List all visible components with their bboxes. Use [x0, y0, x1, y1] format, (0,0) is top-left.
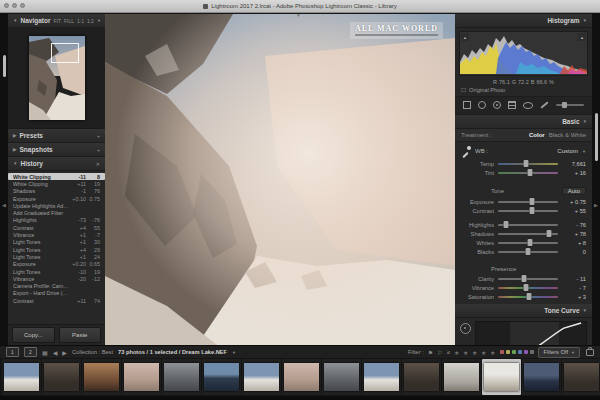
slider-knob[interactable]: [529, 207, 534, 214]
slider-track[interactable]: [498, 163, 558, 165]
slider-track[interactable]: [498, 296, 558, 298]
history-row[interactable]: Highlights-73-76: [8, 217, 105, 224]
navigator-thumbnail[interactable]: [29, 36, 85, 120]
flag-pick-icon[interactable]: ⚑: [428, 349, 433, 356]
left-panel-collapse-strip[interactable]: ◀: [0, 13, 8, 396]
history-row[interactable]: Vibrance+1-7: [8, 231, 105, 238]
zoom-window-icon[interactable]: [20, 3, 25, 8]
navigator-zoom-option[interactable]: FILL: [64, 18, 74, 24]
slider-knob[interactable]: [524, 160, 529, 167]
left-scrollbar-thumb[interactable]: [3, 55, 6, 77]
filmstrip-thumbnail[interactable]: [282, 359, 321, 395]
snapshots-header[interactable]: ▶ Snapshots +: [8, 143, 105, 157]
filmstrip-thumbnail[interactable]: [242, 359, 281, 395]
slider-track[interactable]: [498, 172, 558, 174]
color-label-icon[interactable]: [500, 350, 504, 354]
history-row[interactable]: Contrast+455: [8, 224, 105, 231]
slider-track[interactable]: [498, 201, 558, 203]
navigator-preview[interactable]: [8, 28, 105, 129]
slider-knob[interactable]: [522, 275, 527, 282]
close-window-icon[interactable]: [4, 3, 9, 8]
basic-expand-icon[interactable]: ▼: [583, 119, 587, 124]
slider-knob[interactable]: [528, 239, 533, 246]
history-row[interactable]: Camera Profile: Camera Landscape: [8, 282, 105, 289]
shadow-clipping-icon[interactable]: ▲: [461, 33, 469, 41]
status-caret-icon[interactable]: ▼: [232, 350, 236, 355]
history-row[interactable]: White Clipping+1119: [8, 180, 105, 187]
tone-curve-expand-icon[interactable]: ▼: [583, 308, 587, 313]
tool-strip-slider[interactable]: [556, 104, 584, 106]
treatment-bw-button[interactable]: Black & White: [549, 132, 586, 138]
histogram-expand-icon[interactable]: ▼: [583, 18, 587, 23]
top-panel-collapse-icon[interactable]: ▼: [296, 12, 301, 18]
main-window-button[interactable]: 1: [6, 347, 19, 357]
original-photo-checkbox[interactable]: ☐: [461, 87, 466, 93]
history-row[interactable]: Update Highlights Adjustment: [8, 202, 105, 209]
history-row[interactable]: Light Tones+124: [8, 253, 105, 260]
star-rating-filter[interactable]: ★ ★ ★ ★ ★: [454, 349, 497, 356]
filmstrip-thumbnail[interactable]: [362, 359, 401, 395]
navigator-expand-icon[interactable]: ▼: [13, 18, 17, 23]
rating-gte-icon[interactable]: ≥: [447, 349, 450, 355]
next-photo-icon[interactable]: ▶: [62, 349, 67, 356]
history-clear-icon[interactable]: ✕: [96, 161, 100, 167]
treatment-color-button[interactable]: Color: [529, 132, 545, 138]
color-label-icon[interactable]: [506, 350, 510, 354]
tool-strip-slider-knob[interactable]: [562, 102, 567, 108]
filter-lock-icon[interactable]: [586, 349, 594, 356]
filmstrip-thumbnail[interactable]: [442, 359, 481, 395]
filmstrip-thumbnail[interactable]: [322, 359, 361, 395]
filmstrip-thumbnail[interactable]: [202, 359, 241, 395]
highlight-clipping-icon[interactable]: ▲: [578, 33, 586, 41]
graduated-filter-tool-icon[interactable]: [508, 101, 516, 109]
spot-removal-tool-icon[interactable]: [478, 101, 486, 109]
history-row[interactable]: Exposure+0.100.75: [8, 195, 105, 202]
copy-button[interactable]: Copy...: [12, 327, 55, 343]
color-label-icon[interactable]: [518, 350, 522, 354]
history-row[interactable]: Export - Hard Drive (1/26/18 6:44:15 PM): [8, 290, 105, 297]
right-scrollbar-thumb[interactable]: [595, 113, 598, 161]
history-row[interactable]: White Clipping-118: [8, 173, 105, 180]
filmstrip-thumbnail[interactable]: [402, 359, 441, 395]
basic-header[interactable]: Basic ▼: [455, 115, 592, 129]
slider-track[interactable]: [498, 251, 558, 253]
history-row[interactable]: Light Tones+429: [8, 246, 105, 253]
presets-add-icon[interactable]: +: [97, 133, 100, 139]
slider-track[interactable]: [498, 233, 558, 235]
paste-button[interactable]: Paste: [59, 327, 102, 343]
navigator-header[interactable]: ▼ Navigator FITFILL1:11:2▼: [8, 14, 105, 28]
history-row[interactable]: Light Tones-1019: [8, 268, 105, 275]
tone-curve-header[interactable]: Tone Curve ▼: [455, 304, 592, 318]
collection-breadcrumb[interactable]: Collection : Best: [72, 349, 113, 355]
wb-preset-value[interactable]: Custom: [557, 148, 578, 154]
filmstrip-thumbnail[interactable]: [82, 359, 121, 395]
navigator-zoom-option[interactable]: 1:2: [87, 18, 94, 24]
color-label-icon[interactable]: [530, 350, 534, 354]
right-panel-collapse-strip[interactable]: ▶: [592, 13, 600, 396]
original-photo-row[interactable]: ☐ Original Photo: [455, 86, 592, 97]
navigator-zoom-caret-icon[interactable]: ▼: [97, 18, 101, 23]
wb-eyedropper-icon[interactable]: [461, 145, 471, 157]
slider-track[interactable]: [498, 210, 558, 212]
filmstrip-thumbnail[interactable]: [162, 359, 201, 395]
window-controls[interactable]: [4, 3, 25, 8]
auto-tone-button[interactable]: Auto: [562, 187, 586, 195]
color-label-icon[interactable]: [524, 350, 528, 354]
slider-knob[interactable]: [524, 284, 529, 291]
history-row[interactable]: Vibrance-20-12: [8, 275, 105, 282]
minimize-window-icon[interactable]: [12, 3, 17, 8]
history-row[interactable]: Exposure+0.200.65: [8, 261, 105, 268]
snapshots-add-icon[interactable]: +: [97, 147, 100, 153]
previous-photo-icon[interactable]: ◀: [53, 349, 58, 356]
slider-track[interactable]: [498, 278, 558, 280]
grid-view-icon[interactable]: ▦: [42, 349, 48, 356]
snapshots-expand-icon[interactable]: ▶: [13, 147, 16, 152]
navigator-zoom-option[interactable]: 1:1: [77, 18, 84, 24]
filmstrip-thumbnail[interactable]: [122, 359, 161, 395]
slider-knob[interactable]: [503, 221, 508, 228]
slider-knob[interactable]: [547, 230, 552, 237]
slider-track[interactable]: [498, 224, 558, 226]
presets-header[interactable]: ▶ Presets +: [8, 129, 105, 143]
history-row[interactable]: Shadows-176: [8, 188, 105, 195]
color-label-icon[interactable]: [512, 350, 516, 354]
